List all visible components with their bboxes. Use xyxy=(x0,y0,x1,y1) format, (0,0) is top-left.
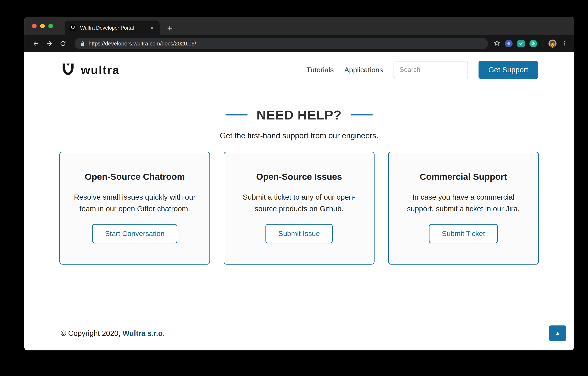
browser-menu-icon[interactable] xyxy=(561,40,567,47)
back-button[interactable] xyxy=(30,37,42,50)
submit-ticket-button[interactable]: Submit Ticket xyxy=(429,224,498,243)
browser-toolbar: https://developers.wultra.com/docs/2020.… xyxy=(24,35,574,52)
card-body: In case you have a commercial support, s… xyxy=(402,191,525,215)
card-title: Commercial Support xyxy=(420,172,507,182)
card-title: Open-Source Issues xyxy=(256,172,342,182)
tab-close-icon[interactable]: × xyxy=(149,24,155,31)
nav-link-tutorials[interactable]: Tutorials xyxy=(306,66,334,74)
browser-extension-icon-2[interactable] xyxy=(517,40,525,47)
url-text: https://developers.wultra.com/docs/2020.… xyxy=(89,40,196,47)
get-support-button[interactable]: Get Support xyxy=(479,61,538,79)
main-content: NEED HELP? Get the first-hand support fr… xyxy=(24,88,574,316)
brand-wordmark: wultra xyxy=(81,63,120,77)
site-footer: © Copyright 2020,Wultra s.r.o. ▲ xyxy=(24,316,574,350)
card-body: Resolve small issues quickly with our te… xyxy=(74,191,196,215)
search-input[interactable] xyxy=(394,62,468,78)
wultra-favicon-icon xyxy=(70,24,76,31)
profile-avatar[interactable]: 👩 xyxy=(548,40,556,48)
hero-line-left xyxy=(225,114,248,116)
card-body: Submit a ticket to any of our open-sourc… xyxy=(238,191,360,215)
up-arrow-icon: ▲ xyxy=(554,330,561,337)
start-conversation-button[interactable]: Start Conversation xyxy=(92,224,178,243)
browser-window: Wultra Developer Portal × + https://deve… xyxy=(24,17,574,350)
toolbar-divider xyxy=(543,40,543,47)
browser-extension-icon-3[interactable] xyxy=(529,40,537,47)
toolbar-right: 👩 xyxy=(494,40,568,48)
hero-line-right xyxy=(350,114,373,116)
scroll-to-top-button[interactable]: ▲ xyxy=(549,325,566,341)
forward-button[interactable] xyxy=(43,37,56,50)
card-commercial-support: Commercial Support In case you have a co… xyxy=(388,152,539,265)
main-nav: Tutorials Applications Get Support xyxy=(306,61,538,79)
card-open-source-issues: Open-Source Issues Submit a ticket to an… xyxy=(224,152,374,265)
card-title: Open-Source Chatroom xyxy=(85,172,185,182)
hero-section: NEED HELP? Get the first-hand support fr… xyxy=(24,88,574,140)
traffic-lights xyxy=(32,24,53,28)
address-bar[interactable]: https://developers.wultra.com/docs/2020.… xyxy=(75,38,488,49)
reload-button[interactable] xyxy=(57,37,69,50)
company-link[interactable]: Wultra s.r.o. xyxy=(123,329,165,337)
tab-title: Wultra Developer Portal xyxy=(80,25,146,31)
bookmark-star-icon[interactable] xyxy=(494,40,500,47)
browser-tab-strip: Wultra Developer Portal × + xyxy=(24,17,574,35)
wultra-brand[interactable]: wultra xyxy=(60,62,120,78)
submit-issue-button[interactable]: Submit Issue xyxy=(265,224,333,243)
site-header: wultra Tutorials Applications Get Suppor… xyxy=(24,52,574,88)
hero-subtitle: Get the first-hand support from our engi… xyxy=(24,131,574,140)
https-lock-icon xyxy=(80,41,85,46)
support-cards-row: Open-Source Chatroom Resolve small issue… xyxy=(24,152,574,265)
wultra-logo-icon xyxy=(60,62,76,78)
copyright-text: © Copyright 2020, xyxy=(61,329,120,337)
browser-tab[interactable]: Wultra Developer Portal × xyxy=(65,21,160,35)
browser-extension-icon-1[interactable] xyxy=(505,40,513,47)
window-close-button[interactable] xyxy=(32,24,37,28)
page-title: NEED HELP? xyxy=(257,107,342,122)
new-tab-button[interactable]: + xyxy=(164,24,176,33)
window-zoom-button[interactable] xyxy=(48,24,53,28)
card-open-source-chatroom: Open-Source Chatroom Resolve small issue… xyxy=(59,152,210,265)
nav-link-applications[interactable]: Applications xyxy=(344,66,383,74)
copyright: © Copyright 2020,Wultra s.r.o. xyxy=(61,329,165,337)
window-minimize-button[interactable] xyxy=(40,24,45,28)
